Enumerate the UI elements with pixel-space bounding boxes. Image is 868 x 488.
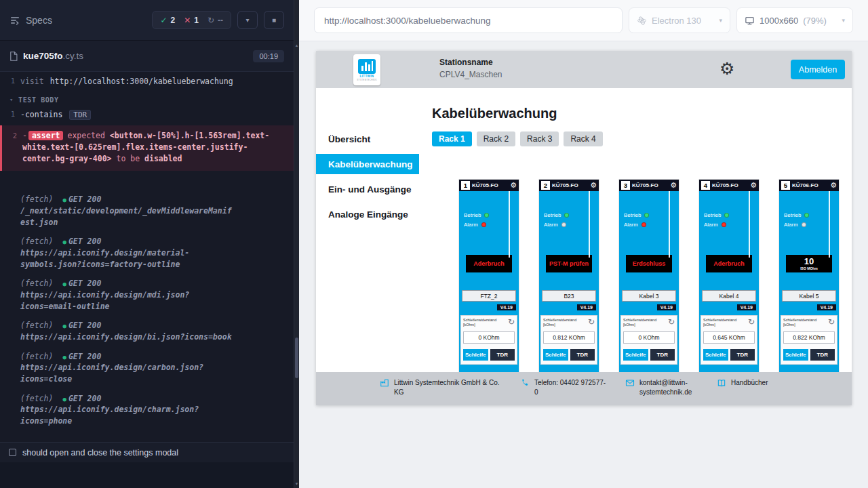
command-assert-failed[interactable]: 2 -assertexpected <button.w-[50%].h-[1.5… xyxy=(0,125,294,171)
viewport-select[interactable]: 1000x660 (79%) ▾ xyxy=(736,7,853,33)
fetch-url: https://api.iconify.design/material-symb… xyxy=(20,248,189,269)
card-model: KÜ705-FO xyxy=(712,182,738,188)
next-test-title[interactable]: should open and close the settings modal xyxy=(0,442,294,462)
cable-schematic-line xyxy=(829,191,830,258)
schleife-button[interactable]: Schleife xyxy=(703,349,728,361)
status-dot-icon: ● xyxy=(62,197,66,203)
device-card: 3 KÜ705-FO ⚙ Betrieb Alarm Erdschluss xyxy=(619,180,679,372)
runner-scrollbar[interactable]: ▲ ▼ xyxy=(294,0,299,488)
browser-toolbar: Electron 130 ▾ 1000x660 (79%) ▾ xyxy=(299,0,868,41)
card-gear-icon[interactable]: ⚙ xyxy=(510,182,517,189)
tab-rack-1[interactable]: Rack 1 xyxy=(432,131,472,146)
card-model: KÜ706-FO xyxy=(792,182,818,188)
device-cards: 1 KÜ705-FO ⚙ Betrieb Alarm Aderbruch xyxy=(459,180,839,372)
card-gear-icon[interactable]: ⚙ xyxy=(670,182,677,189)
scroll-down-arrow[interactable]: ▼ xyxy=(294,482,299,486)
command-log: 1 visithttp://localhost:3000/kabelueberw… xyxy=(0,72,294,442)
status-display: Aderbruch xyxy=(466,255,512,272)
card-number: 1 xyxy=(461,181,470,190)
network-log-entry[interactable]: (fetch)●GET 200 https://api.iconify.desi… xyxy=(0,320,244,342)
stat-failed: ✕1 xyxy=(184,16,199,25)
refresh-icon[interactable]: ↻ xyxy=(828,318,835,326)
measurement-panel: Schleifenwiderstand [kOhm] ↻ 0 KOhm Schl… xyxy=(460,315,517,365)
viewport-size: 1000x660 xyxy=(760,16,798,26)
cable-schematic-line xyxy=(749,191,750,258)
stop-tests-button[interactable]: ■ xyxy=(264,11,284,29)
spec-file-row[interactable]: kue705fo.cy.ts 00:19 xyxy=(0,41,294,72)
cable-schematic-line xyxy=(669,191,670,258)
schleife-button[interactable]: Schleife xyxy=(783,349,808,361)
settings-gear-icon[interactable]: ⚙ xyxy=(719,58,734,80)
device-card: 2 KÜ705-FO ⚙ Betrieb Alarm PST-M prüfen xyxy=(539,180,599,372)
card-number: 3 xyxy=(621,181,630,190)
network-log-entry[interactable]: (fetch)●GET 200 /_next/static/developmen… xyxy=(0,194,244,228)
measurement-value: 0 KOhm xyxy=(463,331,515,344)
scroll-up-arrow[interactable]: ▲ xyxy=(294,43,299,47)
schleife-button[interactable]: Schleife xyxy=(623,349,648,361)
line-number: 1 xyxy=(0,109,15,119)
chevron-down-icon: ▾ xyxy=(245,16,249,24)
measurement-panel: Schleifenwiderstand [kOhm] ↻ 0.812 KOhm … xyxy=(540,315,597,365)
schleife-button[interactable]: Schleife xyxy=(463,349,488,361)
command-arg: http://localhost:3000/kabelueberwachung xyxy=(50,77,233,86)
card-gear-icon[interactable]: ⚙ xyxy=(590,182,597,189)
runner-footer-spacer xyxy=(0,462,294,488)
card-header: 5 KÜ706-FO ⚙ xyxy=(779,180,839,191)
tdr-button[interactable]: TDR xyxy=(810,349,835,361)
sidebar-item-kabelueberwachung[interactable]: Kabelüberwachung xyxy=(316,154,419,174)
test-body-section[interactable]: ▾ TEST BODY xyxy=(0,89,294,107)
refresh-icon[interactable]: ↻ xyxy=(668,318,675,326)
book-icon xyxy=(717,378,726,388)
assert-state: disabled xyxy=(144,154,182,163)
spec-file-icon xyxy=(9,52,18,61)
footer-email[interactable]: kontakt@littwin-systemtechnik.de xyxy=(625,378,698,397)
alarm-led xyxy=(722,222,726,227)
network-log-entry[interactable]: (fetch)●GET 200 https://api.iconify.desi… xyxy=(0,236,244,270)
network-log-entry[interactable]: (fetch)●GET 200 https://api.iconify.desi… xyxy=(0,351,244,385)
network-log-entry[interactable]: (fetch)●GET 200 https://api.iconify.desi… xyxy=(0,278,244,312)
sidebar-item-analoge-eingaenge[interactable]: Analoge Eingänge xyxy=(316,204,419,224)
schleife-button[interactable]: Schleife xyxy=(543,349,568,361)
card-gear-icon[interactable]: ⚙ xyxy=(830,182,837,189)
logo-mark-icon xyxy=(358,59,376,74)
tdr-button[interactable]: TDR xyxy=(650,349,675,361)
card-number: 5 xyxy=(781,181,790,190)
collapse-runner-button[interactable]: ▾ xyxy=(237,11,258,29)
tab-rack-3[interactable]: Rack 3 xyxy=(520,131,559,146)
status-display: Aderbruch xyxy=(706,255,752,272)
status-display: PST-M prüfen xyxy=(546,255,592,272)
url-input[interactable] xyxy=(317,16,619,26)
command-arg-chip: TDR xyxy=(69,110,91,120)
footer-manuals[interactable]: Handbücher xyxy=(717,378,768,388)
browser-select[interactable]: Electron 130 ▾ xyxy=(629,7,730,33)
app-sidebar: Übersicht Kabelüberwachung Ein- und Ausg… xyxy=(316,88,419,372)
command-contains[interactable]: 1 -containsTDR xyxy=(0,107,294,123)
refresh-icon[interactable]: ↻ xyxy=(508,318,515,326)
tdr-button[interactable]: TDR xyxy=(570,349,595,361)
refresh-icon[interactable]: ↻ xyxy=(588,318,595,326)
firmware-version: V4.19 xyxy=(577,304,596,310)
scroll-thumb[interactable] xyxy=(295,338,298,378)
sidebar-item-uebersicht[interactable]: Übersicht xyxy=(316,129,419,149)
tab-rack-4[interactable]: Rack 4 xyxy=(564,131,602,146)
card-gear-icon[interactable]: ⚙ xyxy=(750,182,757,189)
tdr-button[interactable]: TDR xyxy=(730,349,755,361)
tdr-button[interactable]: TDR xyxy=(490,349,515,361)
specs-button[interactable]: Specs xyxy=(9,15,52,26)
cable-schematic-line xyxy=(589,191,590,258)
command-visit[interactable]: 1 visithttp://localhost:3000/kabelueberw… xyxy=(0,74,294,89)
network-log-entry[interactable]: (fetch)●GET 200 https://api.iconify.desi… xyxy=(0,393,244,427)
status-display: 10 ISO MOhm xyxy=(786,255,832,272)
tab-rack-2[interactable]: Rack 2 xyxy=(477,131,515,146)
measurement-value: 0 KOhm xyxy=(623,331,675,344)
refresh-icon[interactable]: ↻ xyxy=(748,318,755,326)
app-content: Kabelüberwachung Rack 1 Rack 2 Rack 3 Ra… xyxy=(419,88,852,372)
logout-button[interactable]: Abmelden xyxy=(791,60,845,79)
fetch-url: https://api.iconify.design/carbon.json?i… xyxy=(20,363,203,384)
alarm-led xyxy=(561,222,566,227)
card-header: 4 KÜ705-FO ⚙ xyxy=(699,180,759,191)
sidebar-item-ein-und-ausgaenge[interactable]: Ein- und Ausgänge xyxy=(316,179,419,199)
status-dot-icon: ● xyxy=(62,281,66,287)
status-dot-icon: ● xyxy=(62,323,66,329)
chevron-down-icon: ▾ xyxy=(842,17,845,24)
